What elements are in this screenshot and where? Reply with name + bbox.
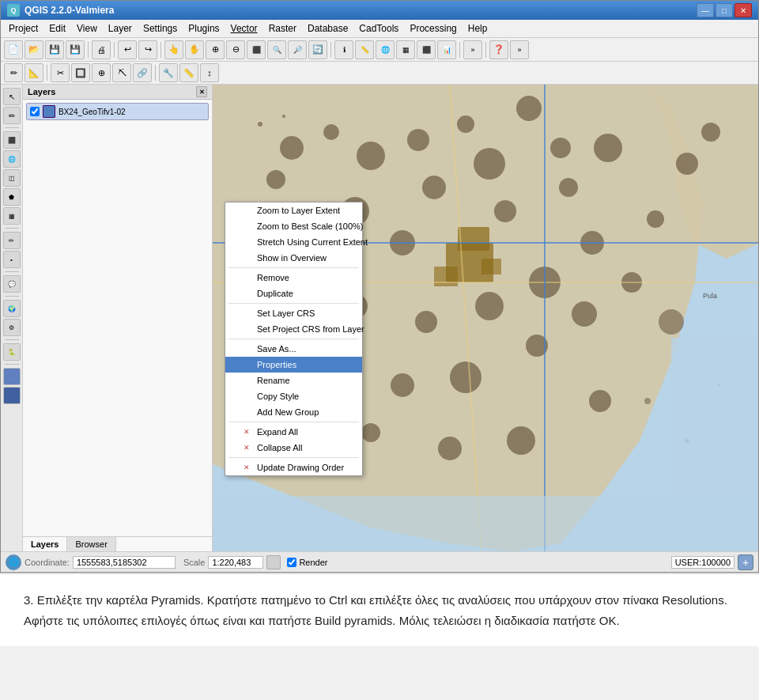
lt-vector[interactable]: ⬟ [3,188,21,206]
tb-save-as[interactable]: 💾 [66,40,85,59]
ctx-show-overview[interactable]: Show in Overview [225,250,362,266]
lt-chat[interactable]: 💬 [3,275,21,293]
tb2-simplify[interactable]: 📏 [179,63,198,82]
ctx-label-update-drawing: Update Drawing Order [257,463,344,472]
tb-open[interactable]: 📂 [25,40,43,59]
tb2-add-part[interactable]: ⊕ [92,63,111,82]
tb-zoom-full[interactable]: ⬛ [247,40,266,59]
tb2-node[interactable]: 📐 [25,63,43,82]
lt-arrow[interactable]: ↖ [3,88,21,105]
tb2-add-ring[interactable]: 🔲 [71,63,90,82]
tb-measure2[interactable]: 🌐 [376,40,395,59]
ctx-zoom-layer-extent[interactable]: Zoom to Layer Extent [225,202,362,218]
lt-wms[interactable]: 🌐 [3,150,21,168]
menu-layer[interactable]: Layer [104,21,137,36]
menu-view[interactable]: View [72,21,102,36]
tb-identify[interactable]: ℹ [334,40,353,59]
svg-point-37 [438,437,462,460]
tb-zoom-select[interactable]: 🔎 [288,40,307,59]
status-scale-input[interactable] [208,556,263,569]
tb-more2[interactable]: » [510,40,529,59]
ctx-label-remove: Remove [257,273,289,282]
ctx-duplicate[interactable]: Duplicate [225,286,362,301]
ctx-set-project-crs[interactable]: Set Project CRS from Layer [225,321,362,337]
tb2-offset[interactable]: ↕ [200,63,219,82]
menu-edit[interactable]: Edit [44,21,70,36]
tab-browser[interactable]: Browser [67,537,115,551]
tb-zoom-in[interactable]: ⊕ [206,40,225,59]
lt-wfs[interactable]: ◫ [3,169,21,187]
tb-undo[interactable]: ↩ [118,40,137,59]
tb-redo[interactable]: ↪ [138,40,157,59]
menu-plugins[interactable]: Plugins [183,21,224,36]
svg-point-6 [266,170,285,189]
tb2-cut[interactable]: ✂ [51,63,70,82]
tb-pan[interactable]: 👆 [164,40,183,59]
tb2-rotate[interactable]: 🔧 [159,63,178,82]
menu-cadtools[interactable]: CadTools [354,21,403,36]
tb2-merge[interactable]: 🔗 [133,63,152,82]
ctx-copy-style[interactable]: Copy Style [225,388,362,404]
ctx-add-group[interactable]: Add New Group [225,404,362,420]
menu-processing[interactable]: Processing [405,21,461,36]
lt-pencil[interactable]: ✏ [3,107,21,124]
lt-draw[interactable]: ✏ [3,232,21,249]
lt-blue2[interactable] [3,387,21,404]
tb-attrs[interactable]: 📊 [437,40,456,59]
tb-zoom-layer[interactable]: 🔍 [267,40,286,59]
lt-python[interactable]: 🐍 [3,343,21,361]
layers-ctrl-close[interactable]: ✕ [196,86,207,97]
tb-save[interactable]: 💾 [45,40,64,59]
lt-point[interactable]: • [3,251,21,268]
layer-checkbox[interactable] [30,107,40,116]
svg-point-38 [361,423,380,442]
lt-globe[interactable]: 🌍 [3,300,21,317]
tb-select[interactable]: ▦ [396,40,415,59]
tb2-edit[interactable]: ✏ [4,63,23,82]
lt-layer[interactable]: ⬛ [3,131,21,149]
tb2-fill[interactable]: ⛏ [112,63,131,82]
menu-database[interactable]: Database [303,21,353,36]
status-plus-button[interactable]: + [738,554,753,570]
menu-help[interactable]: Help [463,21,493,36]
tb-more1[interactable]: » [463,40,482,59]
tab-layers[interactable]: Layers [23,537,67,551]
ctx-icon-zoom-extent [241,205,252,216]
status-dropdown-btn[interactable] [266,555,281,569]
lt-blue1[interactable] [3,368,21,385]
tb-measure[interactable]: 📏 [355,40,374,59]
ctx-collapse-all[interactable]: ✕ Collapse All [225,440,362,456]
close-button[interactable]: ✕ [734,3,752,17]
tb-refresh[interactable]: 🔄 [308,40,327,59]
menu-raster[interactable]: Raster [264,21,301,36]
menu-settings[interactable]: Settings [138,21,182,36]
ctx-properties[interactable]: Properties [225,357,362,373]
tb-sep-4 [330,42,331,58]
svg-point-22 [415,311,437,333]
ctx-expand-all[interactable]: ✕ Expand All [225,424,362,440]
ctx-rename[interactable]: Rename [225,373,362,388]
tb-zoom-out[interactable]: ⊖ [226,40,245,59]
tb-print[interactable]: 🖨 [92,40,111,59]
ctx-zoom-best-scale[interactable]: Zoom to Best Scale (100%) [225,218,362,234]
tb-new[interactable]: 📄 [4,40,23,59]
ctx-update-drawing[interactable]: ✕ Update Drawing Order [225,460,362,475]
layer-name: BX24_GeoTifv1-02 [59,108,126,116]
tb-help[interactable]: ❓ [489,40,508,59]
status-render-checkbox[interactable] [287,558,296,567]
status-coordinate-input[interactable] [73,556,176,569]
tb-deselect[interactable]: ⬛ [417,40,436,59]
ctx-save-as[interactable]: Save As... [225,341,362,357]
lt-raster[interactable]: ▦ [3,207,21,225]
menu-project[interactable]: Project [4,21,43,36]
tb-pan2[interactable]: ✋ [185,40,204,59]
ctx-remove[interactable]: Remove [225,270,362,286]
lt-settings[interactable]: ⚙ [3,319,21,336]
ctx-set-layer-crs[interactable]: Set Layer CRS [225,305,362,321]
maximize-button[interactable]: □ [716,3,733,17]
ctx-stretch[interactable]: Stretch Using Current Extent [225,234,362,250]
layer-item[interactable]: BX24_GeoTifv1-02 [26,103,209,120]
minimize-button[interactable]: — [697,3,714,17]
menu-vector[interactable]: Vector [226,21,262,36]
toolbar-main: 📄 📂 💾 💾 🖨 ↩ ↪ 👆 ✋ ⊕ ⊖ ⬛ 🔍 🔎 🔄 ℹ 📏 🌐 ▦ ⬛ … [1,38,758,62]
